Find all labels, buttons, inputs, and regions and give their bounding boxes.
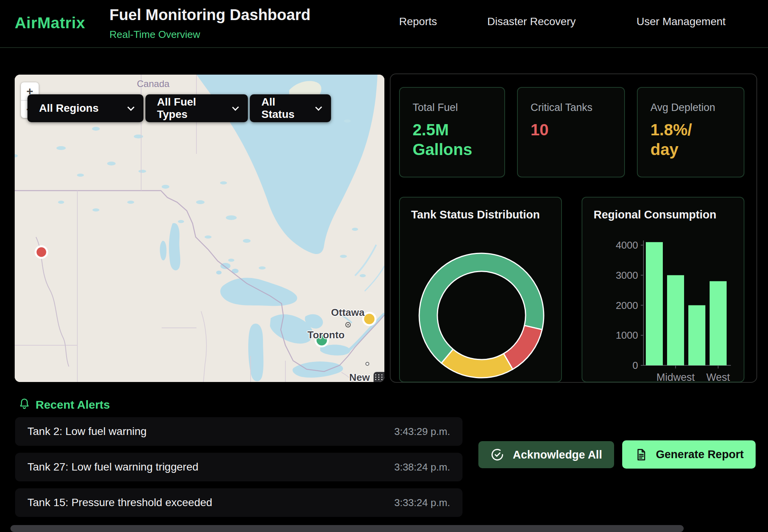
region-filter-select[interactable]: All Regions: [27, 94, 143, 122]
stat-value: 10: [531, 120, 624, 140]
x-tick-label: Midwest: [656, 372, 695, 382]
check-circle-icon: [490, 448, 504, 462]
region-filter-value: All Regions: [39, 102, 99, 114]
stat-label: Total Fuel: [413, 102, 504, 114]
generate-report-button[interactable]: Generate Report: [622, 440, 756, 469]
alert-time: 3:43:29 p.m.: [394, 426, 450, 438]
x-tick-label: West: [706, 372, 730, 382]
chevron-down-icon: [127, 104, 134, 111]
y-tick-label: 4000: [616, 239, 638, 251]
page-subtitle: Real-Time Overview: [109, 29, 200, 41]
regional-consumption-chart-card: Regional Consumption 01000200030004000Mi…: [582, 197, 744, 382]
fuel-type-filter-select[interactable]: All Fuel Types: [145, 94, 248, 122]
bar-west: [710, 281, 727, 365]
dashboard: AirMatrix Fuel Monitoring Dashboard Real…: [0, 0, 768, 532]
nav-reports[interactable]: Reports: [399, 15, 437, 28]
y-tick-label: 0: [633, 360, 638, 371]
alert-text: Tank 15: Pressure threshold exceeded: [27, 496, 212, 509]
chevron-down-icon: [315, 104, 322, 111]
y-tick-label: 2000: [616, 300, 638, 311]
tank-marker-warning[interactable]: [363, 313, 375, 325]
tank-status-chart-card: Tank Status Distribution: [399, 197, 562, 382]
chart-title: Tank Status Distribution: [411, 208, 540, 221]
alert-text: Tank 2: Low fuel warning: [27, 425, 147, 438]
header: AirMatrix Fuel Monitoring Dashboard Real…: [0, 0, 768, 48]
stat-value: 2.5MGallons: [413, 120, 504, 159]
stat-value: 1.8%/day: [650, 120, 744, 159]
city-label-toronto: Toronto: [307, 329, 345, 341]
country-label: Canada: [137, 78, 169, 89]
town-dot-newyork: [366, 362, 369, 365]
page-title: Fuel Monitoring Dashboard: [109, 6, 311, 24]
status-filter-value: All Status: [261, 96, 305, 121]
y-tick-label: 3000: [616, 269, 638, 281]
alert-time: 3:38:24 p.m.: [394, 461, 450, 473]
filter-bar: All Regions All Fuel Types All Status: [27, 94, 331, 122]
alert-row[interactable]: Tank 15: Pressure threshold exceeded 3:3…: [15, 488, 463, 517]
bar-northeast: [646, 242, 663, 365]
alert-row[interactable]: Tank 2: Low fuel warning 3:43:29 p.m.: [15, 417, 463, 446]
stat-label: Critical Tanks: [531, 102, 624, 114]
fuel-type-filter-value: All Fuel Types: [157, 96, 222, 121]
alerts-section-title: Recent Alerts: [36, 398, 110, 411]
nav-user-management[interactable]: User Management: [637, 15, 725, 28]
stat-label: Avg Depletion: [650, 102, 744, 114]
map-resize-handle[interactable]: [374, 372, 384, 382]
alert-text: Tank 27: Low fuel warning triggered: [27, 461, 198, 473]
chevron-down-icon: [232, 104, 239, 111]
brand-logo: AirMatrix: [15, 14, 85, 32]
stat-card-total-fuel: Total Fuel 2.5MGallons: [399, 87, 505, 177]
bar-south: [688, 305, 705, 366]
city-label-ottawa: Ottawa: [331, 307, 365, 319]
tank-marker-critical[interactable]: [36, 246, 47, 258]
document-icon: [634, 448, 647, 461]
map[interactable]: Canada Ottawa Toronto New York + − All R…: [15, 75, 384, 382]
acknowledge-all-button[interactable]: Acknowledge All: [478, 441, 614, 468]
alert-row[interactable]: Tank 27: Low fuel warning triggered 3:38…: [15, 453, 463, 481]
stat-card-critical-tanks: Critical Tanks 10: [517, 87, 625, 177]
regional-consumption-bar-chart: 01000200030004000MidwestWest: [582, 198, 745, 382]
nav-disaster-recovery[interactable]: Disaster Recovery: [487, 15, 576, 28]
status-filter-select[interactable]: All Status: [250, 94, 331, 122]
donut-segment-warning: [442, 349, 513, 378]
tank-status-donut-chart: [400, 198, 563, 382]
chart-title: Regional Consumption: [594, 208, 716, 221]
stat-card-avg-depletion: Avg Depletion 1.8%/day: [637, 87, 744, 177]
bell-icon: [18, 397, 31, 411]
y-tick-label: 1000: [616, 329, 638, 341]
bar-midwest: [667, 275, 684, 365]
alert-time: 3:33:24 p.m.: [394, 497, 450, 509]
horizontal-scrollbar[interactable]: [10, 525, 684, 532]
